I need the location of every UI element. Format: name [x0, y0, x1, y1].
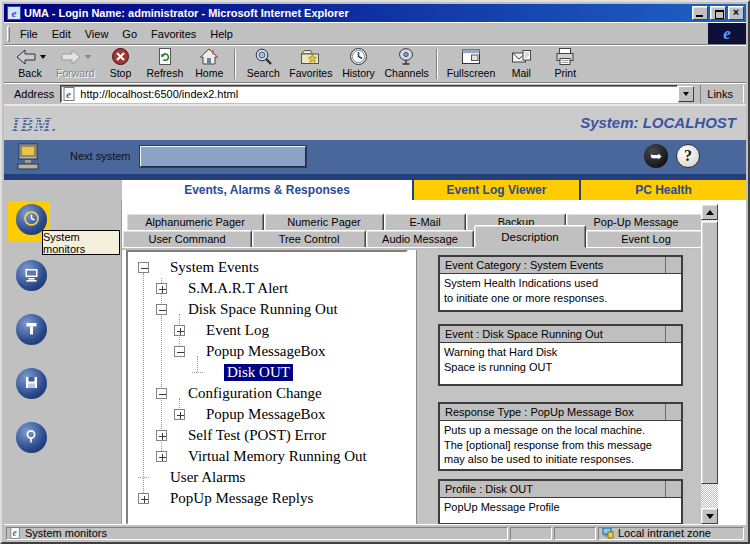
description-panel: Event Category : System EventsSystem Hea…: [416, 250, 707, 524]
go-button[interactable]: ➥: [644, 144, 668, 168]
menu-favorites[interactable]: Favorites: [144, 25, 203, 43]
address-dropdown-button[interactable]: [678, 86, 694, 102]
print-icon: [555, 47, 575, 66]
print-button[interactable]: Print: [543, 45, 587, 82]
subtab-numeric-pager[interactable]: Numeric Pager: [264, 213, 384, 231]
title-bar[interactable]: e UMA - Login Name: administrator - Micr…: [4, 4, 746, 22]
tree-collapse-toggle[interactable]: [174, 346, 185, 357]
print-label: Print: [554, 67, 576, 79]
menu-file[interactable]: File: [13, 25, 45, 43]
tree-item-configuration-change[interactable]: Configuration Change: [128, 383, 406, 404]
vertical-scrollbar[interactable]: [701, 204, 718, 524]
channels-button[interactable]: Channels: [380, 45, 432, 82]
subtab-alphanumeric-pager[interactable]: Alphanumeric Pager: [126, 213, 264, 231]
back-button[interactable]: Back: [8, 45, 52, 82]
tree-item-label[interactable]: Disk Space Running Out: [188, 301, 338, 318]
refresh-button[interactable]: Refresh: [143, 45, 188, 82]
sidebar-icon-storage[interactable]: [16, 368, 47, 399]
help-button[interactable]: ?: [676, 144, 700, 168]
forward-button[interactable]: Forward: [52, 45, 99, 82]
sidebar-icon-computer[interactable]: [16, 260, 47, 291]
menu-go[interactable]: Go: [115, 25, 144, 43]
tree-item-self-test-post-error[interactable]: Self Test (POST) Error: [128, 425, 406, 446]
refresh-label: Refresh: [147, 67, 184, 79]
tree-item-popup-messagebox[interactable]: Popup MessageBox: [128, 341, 406, 362]
subtab-event-log[interactable]: Event Log: [586, 230, 706, 248]
status-pane: [554, 527, 596, 540]
tree-expand-toggle[interactable]: [174, 409, 185, 420]
search-button[interactable]: Search: [241, 45, 285, 82]
menu-help[interactable]: Help: [203, 25, 240, 43]
tree-item-disk-out[interactable]: Disk OUT: [128, 362, 406, 383]
close-button[interactable]: ×: [728, 6, 744, 20]
tree-item-popup-messagebox[interactable]: Popup MessageBox: [128, 404, 406, 425]
minimize-button[interactable]: [692, 6, 708, 20]
subtab-e-mail[interactable]: E-Mail: [384, 213, 466, 231]
tree-item-system-events[interactable]: System Events: [128, 257, 406, 278]
toolbar-grip[interactable]: [7, 26, 10, 42]
sidebar-icon-search[interactable]: [16, 422, 47, 453]
subtab-tree-control[interactable]: Tree Control: [252, 230, 366, 248]
favorites-button[interactable]: Favorites: [285, 45, 336, 82]
address-input[interactable]: [80, 87, 677, 101]
home-button[interactable]: Home: [187, 45, 231, 82]
computer-icon: [23, 266, 40, 285]
subtab-pop-up-message[interactable]: Pop-Up Message: [566, 213, 706, 231]
tree-item-label[interactable]: PopUp Message Replys: [170, 490, 313, 507]
tree-item-label[interactable]: System Events: [170, 259, 259, 276]
status-bar: e System monitors Local intranet zone: [4, 524, 746, 540]
tab-events-alarms-responses[interactable]: Events, Alarms & Responses: [122, 180, 412, 200]
tree-item-label[interactable]: Self Test (POST) Error: [188, 427, 326, 444]
tab-label: PC Health: [635, 183, 692, 197]
scroll-down-button[interactable]: [701, 508, 718, 524]
tree-expand-toggle[interactable]: [174, 325, 185, 336]
back-dropdown-arrow-icon[interactable]: [40, 55, 46, 59]
info-box-header: Event Category : System Events: [440, 257, 681, 274]
menu-edit[interactable]: Edit: [45, 25, 78, 43]
mail-button[interactable]: Mail: [499, 45, 543, 82]
scroll-thumb[interactable]: [701, 221, 718, 484]
security-zone-pane: Local intranet zone: [598, 527, 744, 540]
tree-item-label[interactable]: S.M.A.R.T Alert: [188, 280, 288, 297]
sidebar-icon-tools[interactable]: [16, 314, 47, 345]
info-box-header: Event : Disk Space Running Out: [440, 326, 681, 343]
tree-item-popup-message-replys[interactable]: PopUp Message Replys: [128, 488, 406, 509]
info-box-1: Event : Disk Space Running OutWarning th…: [438, 324, 683, 386]
tree-item-label[interactable]: Popup MessageBox: [206, 343, 326, 360]
tree-collapse-toggle[interactable]: [138, 262, 149, 273]
fullscreen-button[interactable]: Fullscreen: [443, 45, 499, 82]
subtab-description[interactable]: Description: [474, 225, 586, 248]
tree-item-label[interactable]: Popup MessageBox: [206, 406, 326, 423]
arrow-up-icon: [706, 210, 714, 215]
history-button[interactable]: History: [336, 45, 380, 82]
tree-item-label[interactable]: Virtual Memory Running Out: [188, 448, 367, 465]
tab-pc-health[interactable]: PC Health: [579, 180, 746, 200]
links-button[interactable]: Links: [700, 85, 744, 103]
tab-event-log-viewer[interactable]: Event Log Viewer: [412, 180, 579, 200]
tree-item-disk-space-running-out[interactable]: Disk Space Running Out: [128, 299, 406, 320]
address-field-frame: e: [60, 85, 678, 103]
subtab-audio-message[interactable]: Audio Message: [366, 230, 474, 248]
tree-collapse-toggle[interactable]: [156, 304, 167, 315]
tree-expand-toggle[interactable]: [156, 430, 167, 441]
tree-expand-toggle[interactable]: [138, 493, 149, 504]
restore-button[interactable]: [710, 6, 726, 20]
tree-item-label[interactable]: Configuration Change: [188, 385, 322, 402]
tree-expand-toggle[interactable]: [156, 451, 167, 462]
tree-item-s-m-a-r-t-alert[interactable]: S.M.A.R.T Alert: [128, 278, 406, 299]
tree-item-label[interactable]: Event Log: [206, 322, 269, 339]
tree-item-user-alarms[interactable]: User Alarms: [128, 467, 406, 488]
tree-item-label[interactable]: User Alarms: [170, 469, 245, 486]
stop-label: Stop: [110, 67, 132, 79]
forward-dropdown-arrow-icon[interactable]: [85, 55, 91, 59]
tree-collapse-toggle[interactable]: [156, 388, 167, 399]
tree-item-event-log[interactable]: Event Log: [128, 320, 406, 341]
stop-button[interactable]: Stop: [99, 45, 143, 82]
menu-view[interactable]: View: [78, 25, 116, 43]
tree-item-label[interactable]: Disk OUT: [224, 364, 293, 381]
next-system-input[interactable]: [141, 147, 305, 166]
subtab-user-command[interactable]: User Command: [122, 230, 252, 248]
scroll-up-button[interactable]: [701, 204, 718, 220]
tree-item-virtual-memory-running-out[interactable]: Virtual Memory Running Out: [128, 446, 406, 467]
tree-expand-toggle[interactable]: [156, 283, 167, 294]
